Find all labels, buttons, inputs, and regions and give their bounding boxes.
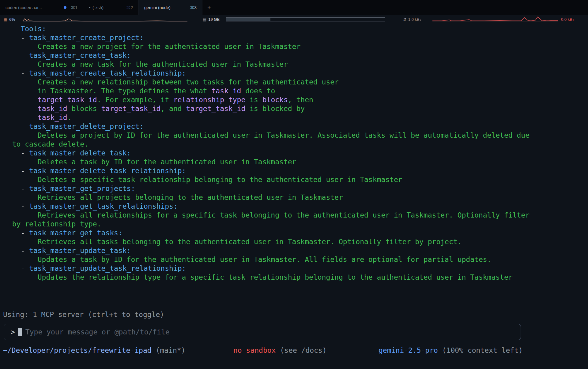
- message-input[interactable]: > Type your message or @path/to/file: [4, 324, 521, 340]
- tab-codex[interactable]: codex (codex-aar... ⌘1: [0, 0, 83, 15]
- context-remaining: (100% context left): [442, 346, 523, 354]
- terminal-line: task_id blocks target_task_id, and targe…: [4, 104, 588, 113]
- terminal-line: - task_master_get_projects:: [4, 184, 588, 193]
- terminal-line: Deletes a task by ID for the authenticat…: [4, 158, 588, 166]
- network-status-down: ⇵ 1.0 kB↓: [403, 15, 421, 23]
- terminal-line: by relationship type.: [4, 220, 588, 229]
- network-icon: ⇵: [403, 17, 406, 21]
- terminal-line: - task_master_update_task_relationship:: [4, 264, 588, 273]
- terminal-line: - task_master_get_task_relationships:: [4, 202, 588, 211]
- sandbox-hint: (see /docs): [280, 346, 326, 354]
- terminal-line: - task_master_get_tasks:: [4, 229, 588, 237]
- terminal-line: Deletes a specific task relationship bel…: [4, 175, 588, 184]
- tab-zsh-label: ~ (-zsh): [89, 5, 122, 10]
- cpu-sparkline: [23, 15, 187, 23]
- tab-codex-shortcut: ⌘1: [71, 5, 77, 10]
- memory-usage: 19 GB: [208, 17, 220, 22]
- terminal-line: - task_master_create_task_relationship:: [4, 69, 588, 78]
- text-cursor-icon: [18, 328, 22, 336]
- cpu-usage: 6%: [9, 17, 15, 22]
- tab-gemini-label: gemini (node): [144, 5, 186, 10]
- memory-icon: ▤: [203, 17, 206, 21]
- terminal-line: in Taskmaster. The type defines the what…: [4, 87, 588, 95]
- memory-bar: [226, 15, 385, 23]
- working-directory: ~/Developer/projects/freewrite-ipad: [3, 346, 152, 354]
- terminal-line: - task_master_delete_project:: [4, 122, 588, 131]
- terminal-line: Creates a new relationship between two t…: [4, 78, 588, 87]
- prompt-symbol: >: [11, 328, 15, 336]
- status-bar: ▦ 6% ▤ 19 GB ⇵ 1.0 kB↓ 0.0 kB↑: [0, 15, 588, 23]
- cpu-status: ▦ 6%: [4, 15, 15, 23]
- input-placeholder: Type your message or @path/to/file: [25, 328, 170, 336]
- sandbox-status: no sandbox: [233, 346, 276, 354]
- sandbox-group: no sandbox (see /docs): [233, 346, 327, 355]
- terminal-line: - task_master_create_project:: [4, 33, 588, 42]
- terminal-line: - task_master_create_task:: [4, 51, 588, 60]
- git-branch: (main*): [156, 346, 186, 354]
- network-status-up: 0.0 kB↑: [561, 15, 574, 23]
- activity-dot-icon: [64, 6, 66, 9]
- terminal-line: - task_master_update_task:: [4, 246, 588, 255]
- footer: ~/Developer/projects/freewrite-ipad (mai…: [0, 346, 588, 355]
- terminal-line: Deletes a project by ID for the authenti…: [4, 131, 588, 140]
- terminal-line: Retrieves all relationships for a specif…: [4, 211, 588, 220]
- terminal-line: to cascade delete.: [4, 140, 588, 149]
- mcp-status: Using: 1 MCP server (ctrl+t to toggle): [3, 310, 164, 319]
- memory-status: ▤ 19 GB: [203, 15, 220, 23]
- terminal-line: Creates a new task for the authenticated…: [4, 60, 588, 69]
- terminal-line: - task_master_delete_task:: [4, 149, 588, 158]
- model-name: gemini-2.5-pro: [379, 346, 438, 354]
- new-tab-button[interactable]: +: [202, 0, 216, 15]
- tab-gemini[interactable]: gemini (node) ⌘3: [139, 0, 202, 15]
- tab-zsh-shortcut: ⌘2: [126, 5, 133, 10]
- terminal-line: Updates a task by ID for the authenticat…: [4, 255, 588, 264]
- working-directory-group: ~/Developer/projects/freewrite-ipad (mai…: [3, 346, 185, 355]
- terminal-line: Updates the relationship type for a spec…: [4, 273, 588, 282]
- terminal-line: task_id.: [4, 113, 588, 122]
- model-group: gemini-2.5-pro (100% context left): [379, 346, 523, 355]
- terminal-line: Retrieves all projects belonging to the …: [4, 193, 588, 202]
- network-upload: 0.0 kB↑: [561, 17, 574, 22]
- network-sparkline: [432, 15, 558, 23]
- terminal-line: Tools:: [4, 24, 588, 33]
- terminal-line: - task_master_delete_task_relationship:: [4, 166, 588, 175]
- terminal-line: target_task_id. For example, if relation…: [4, 95, 588, 104]
- network-download: 1.0 kB↓: [408, 17, 421, 22]
- terminal-line: Retrieves all tasks belonging to the aut…: [4, 237, 588, 246]
- terminal-output: Tools: - task_master_create_project: Cre…: [4, 24, 588, 282]
- cpu-icon: ▦: [4, 17, 7, 21]
- terminal-line: Creates a new project for the authentica…: [4, 42, 588, 51]
- tab-zsh[interactable]: ~ (-zsh) ⌘2: [83, 0, 139, 15]
- tab-gemini-shortcut: ⌘3: [190, 5, 197, 10]
- tab-bar: codex (codex-aar... ⌘1 ~ (-zsh) ⌘2 gemin…: [0, 0, 588, 15]
- tab-codex-label: codex (codex-aar...: [6, 5, 61, 10]
